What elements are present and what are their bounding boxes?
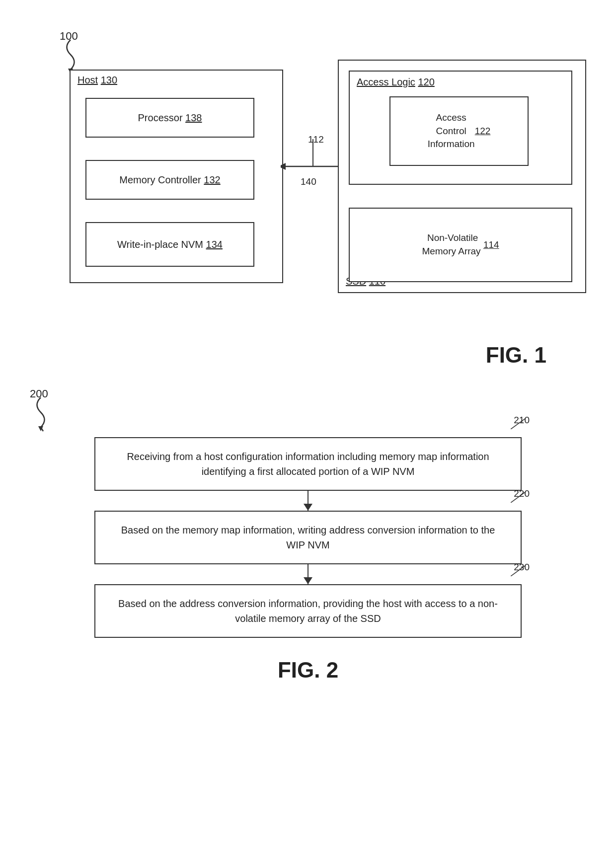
svg-marker-4 [281,163,286,170]
fig1-caption: FIG. 1 [30,343,546,368]
fig2-zigzag-arrow [31,397,61,432]
flow-arrow-2 [308,564,308,584]
flow-arrow-1 [308,491,308,511]
flow-text-220: Based on the memory map information, wri… [121,525,495,550]
wip-nvm-box: Write-in-place NVM 134 [85,222,254,267]
flow-text-210: Receiving from a host configuration info… [127,451,489,477]
flow-box-210: 210 Receiving from a host configuration … [94,437,522,491]
nvm-array-box: Non-VolatileMemory Array 114 [349,208,572,282]
arrow-140-label: 140 [301,176,316,187]
fig2-caption: FIG. 2 [30,658,586,683]
access-logic-box: Access Logic 120 AccessControlInformatio… [349,71,572,185]
fig2-ref-container: 200 [30,387,79,427]
ssd-box: SSD 110 Access Logic 120 AccessControlIn… [338,60,586,293]
access-logic-label: Access Logic 120 [357,77,435,88]
processor-box: Processor 138 [85,98,254,138]
memory-controller-box: Memory Controller 132 [85,160,254,200]
aci-box: AccessControlInformation122 [389,96,529,166]
fig2-section: 200 210 Receiving from a host configurat… [30,387,586,683]
flow-text-230: Based on the address conversion informat… [118,598,498,624]
host-box: Host 130 Processor 138 Memory Controller… [70,70,283,283]
flowchart: 210 Receiving from a host configuration … [30,437,586,638]
host-label: Host 130 [77,75,117,86]
page: 100 Host 130 Processor 138 Memory Contro… [0,0,616,842]
flow-box-230: 230 Based on the address conversion info… [94,584,522,638]
flow-box-220: 220 Based on the memory map information,… [94,511,522,564]
double-arrow-svg [281,139,345,204]
fig1-diagram: 100 Host 130 Processor 138 Memory Contro… [30,30,586,338]
